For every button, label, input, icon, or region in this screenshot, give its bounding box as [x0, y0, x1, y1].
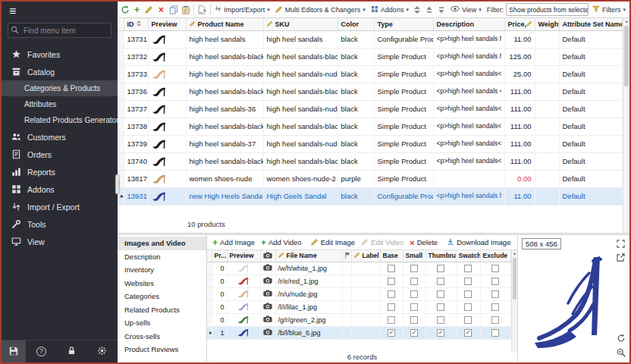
- scroll-thumb[interactable]: [513, 258, 516, 300]
- delete-icon[interactable]: ×: [156, 4, 166, 16]
- col-header-type[interactable]: Type: [374, 18, 433, 30]
- swatch-checkbox[interactable]: [464, 303, 472, 311]
- add-product-icon[interactable]: +: [132, 4, 142, 16]
- col-header-thumbnail[interactable]: Thumbna: [425, 250, 456, 262]
- image-row[interactable]: ▸1/b/l/blue_6.jpg✓✓✓✓: [207, 326, 511, 339]
- sidebar-item-related-products-generator[interactable]: Related Products Generator: [2, 112, 118, 128]
- tab-images-and-video[interactable]: Images and Video: [118, 237, 206, 250]
- exclude-checkbox[interactable]: [491, 278, 499, 285]
- image-row[interactable]: 0/l/i/lilac_1.jpg: [207, 300, 511, 313]
- sidebar-item-categories-products[interactable]: Categories & Products: [2, 80, 118, 96]
- exclude-checkbox[interactable]: [491, 329, 499, 337]
- images-scrollbar[interactable]: ▲ ▼: [511, 250, 517, 352]
- tab-product-reviews[interactable]: Product Reviews: [118, 343, 206, 356]
- base-checkbox[interactable]: [388, 316, 395, 324]
- small-checkbox[interactable]: [410, 316, 418, 324]
- swatch-checkbox[interactable]: ✓: [464, 329, 472, 337]
- base-checkbox[interactable]: [388, 265, 395, 272]
- product-row[interactable]: 13732high heel sandals-blackhigh heel sa…: [118, 48, 623, 65]
- thumbnail-checkbox[interactable]: [437, 316, 444, 324]
- edit-icon[interactable]: [144, 4, 154, 16]
- exclude-checkbox[interactable]: [491, 290, 499, 298]
- sidebar-item-favorites[interactable]: Favorites: [2, 46, 118, 63]
- tab-categories[interactable]: Categories: [118, 290, 206, 303]
- swatch-checkbox[interactable]: [464, 316, 472, 324]
- col-header-id[interactable]: ID: [124, 18, 148, 30]
- image-row[interactable]: 0/n/u/nude.jpg: [207, 287, 511, 300]
- menu-search-input[interactable]: [8, 23, 111, 38]
- sidebar-item-customers[interactable]: Customers: [2, 128, 118, 146]
- hamburger-menu-icon[interactable]: ≡: [2, 2, 118, 21]
- col-header-price[interactable]: Price,: [504, 18, 535, 30]
- thumbnail-checkbox[interactable]: [437, 265, 444, 272]
- col-header-label[interactable]: Label: [351, 250, 380, 262]
- scroll-up-icon[interactable]: ▲: [512, 250, 517, 257]
- swatch-checkbox[interactable]: [464, 278, 472, 285]
- download-image-button[interactable]: Download Image: [444, 237, 513, 248]
- sidebar-resize-handle[interactable]: ⋮: [115, 174, 120, 194]
- small-checkbox[interactable]: [410, 303, 418, 311]
- image-row[interactable]: 0/g/r/green_2.jpg: [207, 313, 511, 326]
- base-checkbox[interactable]: [388, 278, 395, 285]
- sidebar-item-orders[interactable]: Orders: [2, 146, 118, 163]
- col-header-color[interactable]: Color: [337, 18, 374, 30]
- export-doc-icon[interactable]: [197, 4, 207, 16]
- paste-icon[interactable]: [181, 4, 190, 16]
- col-header-file-name[interactable]: File Name: [275, 250, 342, 262]
- tab-cross-sells[interactable]: Cross-sells: [118, 330, 206, 344]
- sort-asc-icon[interactable]: [425, 4, 435, 16]
- product-row[interactable]: 13731high heel sandalshigh heel sandalsb…: [118, 30, 623, 48]
- refresh-icon[interactable]: [120, 4, 130, 16]
- small-checkbox[interactable]: ✓: [410, 329, 418, 337]
- help-icon[interactable]: ?: [36, 347, 46, 356]
- col-header-sku[interactable]: SKU: [263, 18, 337, 30]
- col-header-weight[interactable]: Weight: [535, 18, 559, 30]
- addons-menu[interactable]: Addons▾: [369, 5, 410, 15]
- tab-inventory[interactable]: Inventory: [118, 263, 206, 277]
- settings-gear-icon[interactable]: [97, 346, 107, 357]
- sidebar-item-catalog[interactable]: Catalog: [2, 63, 118, 80]
- tab-description[interactable]: Description: [118, 250, 206, 264]
- product-row[interactable]: 13738high heel sandals-black-37high heel…: [118, 118, 623, 135]
- col-header-exclude[interactable]: Exclude: [480, 250, 511, 262]
- fullscreen-icon[interactable]: [616, 239, 626, 249]
- filters-menu[interactable]: Filters▾: [591, 5, 627, 15]
- sidebar-item-import-export[interactable]: Import / Export: [2, 198, 118, 215]
- col-header-img-preview[interactable]: Preview: [227, 250, 260, 262]
- product-row[interactable]: 13737high heel sandals-36high heel sanda…: [118, 100, 623, 118]
- view-menu[interactable]: View▾: [449, 5, 483, 14]
- add-video-button[interactable]: +Add Video: [259, 237, 304, 249]
- sidebar-item-view[interactable]: View: [2, 233, 118, 250]
- col-header-position[interactable]: Pr...: [212, 250, 227, 262]
- small-checkbox[interactable]: [410, 278, 418, 285]
- exclude-checkbox[interactable]: [491, 316, 499, 324]
- product-row[interactable]: 13740high heel sandals-black-38high heel…: [118, 152, 623, 170]
- col-header-preview[interactable]: Preview: [148, 18, 186, 30]
- sort-both-icon[interactable]: [413, 4, 422, 16]
- image-size-label[interactable]: 508 x 456: [522, 238, 561, 249]
- thumbnail-checkbox[interactable]: ✓: [437, 329, 444, 337]
- sidebar-item-reports[interactable]: Reports: [2, 163, 118, 180]
- sort-desc-icon[interactable]: [437, 4, 447, 16]
- scroll-up-icon[interactable]: ▲: [623, 18, 629, 25]
- base-checkbox[interactable]: [388, 303, 395, 311]
- swatch-checkbox[interactable]: [464, 290, 472, 298]
- product-row[interactable]: ▸13931new High Heels SandalsHigh Geels S…: [118, 187, 623, 205]
- tab-up-sells[interactable]: Up-sells: [118, 316, 206, 330]
- col-header-attribute-set[interactable]: Attribute Set Name: [559, 18, 623, 30]
- small-checkbox[interactable]: [410, 290, 418, 298]
- lock-icon[interactable]: [67, 346, 77, 357]
- base-checkbox[interactable]: [388, 290, 395, 298]
- product-row[interactable]: 13739high heel sandals-37high heel sanda…: [118, 135, 623, 152]
- tab-related-products[interactable]: Related Products: [118, 303, 206, 317]
- exclude-checkbox[interactable]: [491, 265, 499, 272]
- product-row[interactable]: 13733high heel sandals-nudehigh heel san…: [118, 65, 623, 83]
- image-row[interactable]: 0/w/h/white_1.jpg: [207, 262, 511, 275]
- col-header-small[interactable]: Small: [403, 250, 425, 262]
- edit-video-button[interactable]: Edit Video: [359, 237, 406, 248]
- product-row[interactable]: 13817women shoes-nudewomen shoes-nude-2p…: [118, 170, 623, 187]
- tab-websites[interactable]: Websites: [118, 277, 206, 290]
- thumbnail-checkbox[interactable]: [437, 290, 444, 298]
- multi-editors-menu[interactable]: Multi Editors & Changers▾: [274, 5, 367, 15]
- sidebar-item-tools[interactable]: Tools: [2, 215, 118, 233]
